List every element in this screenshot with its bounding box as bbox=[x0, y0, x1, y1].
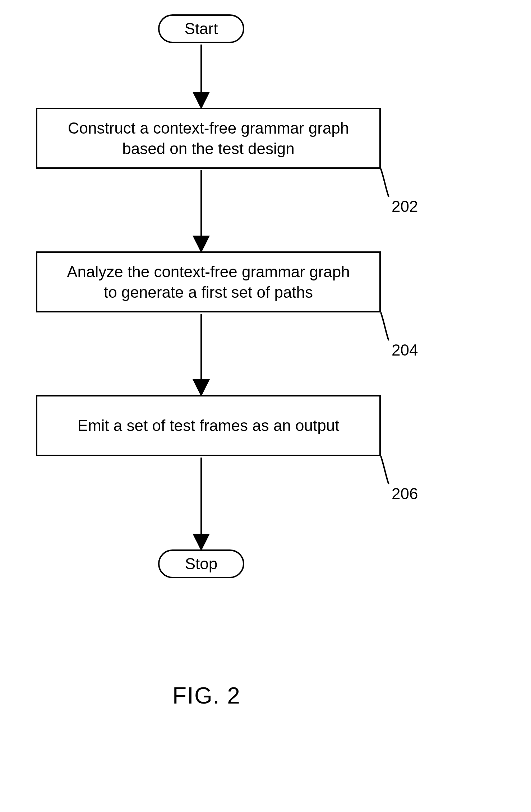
process-text: Analyze the context-free grammar graph bbox=[67, 261, 350, 282]
process-step-206: Emit a set of test frames as an output bbox=[36, 395, 381, 456]
ref-label-204: 204 bbox=[392, 341, 418, 359]
start-terminator: Start bbox=[158, 14, 244, 43]
process-text: based on the test design bbox=[122, 138, 294, 159]
process-text: Emit a set of test frames as an output bbox=[78, 415, 340, 436]
ref-label-206: 206 bbox=[392, 485, 418, 503]
ref-label-202: 202 bbox=[392, 198, 418, 215]
figure-label: FIG. 2 bbox=[172, 682, 241, 709]
process-text: Construct a context-free grammar graph bbox=[68, 118, 349, 138]
process-step-204: Analyze the context-free grammar graph t… bbox=[36, 251, 381, 312]
stop-terminator: Stop bbox=[158, 549, 244, 578]
process-step-202: Construct a context-free grammar graph b… bbox=[36, 108, 381, 169]
process-text: to generate a first set of paths bbox=[104, 282, 313, 302]
